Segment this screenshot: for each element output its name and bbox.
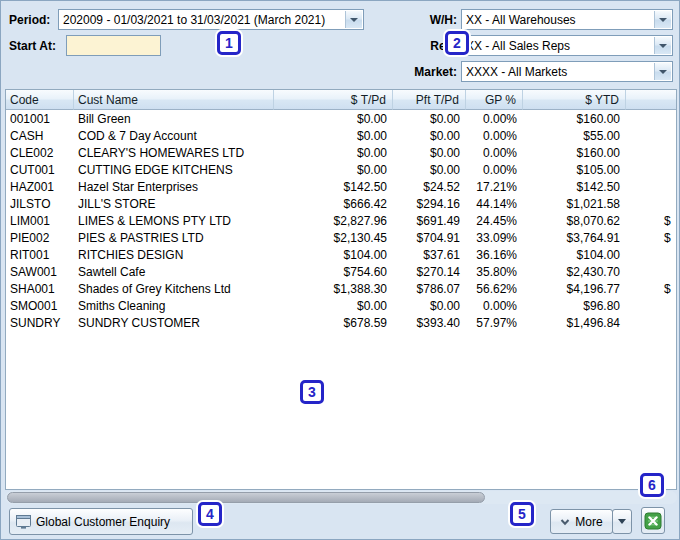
table-cell: $294.16: [393, 195, 466, 212]
column-header--ytd[interactable]: $ YTD: [523, 90, 626, 110]
chevron-down-icon: [654, 37, 671, 54]
table-row[interactable]: SHA001Shades of Grey Kitchens Ltd$1,388.…: [6, 280, 677, 297]
table-cell: 56.62%: [466, 280, 523, 297]
form-window-icon: [16, 515, 31, 529]
table-cell: $786.07: [393, 280, 466, 297]
annotation-marker-5: 5: [510, 502, 534, 526]
horizontal-scrollbar[interactable]: [5, 491, 677, 504]
table-cell: 0.00%: [466, 297, 523, 314]
global-customer-enquiry-button[interactable]: Global Customer Enquiry: [9, 508, 193, 535]
table-row[interactable]: PIE002PIES & PASTRIES LTD$2,130.45$704.9…: [6, 229, 677, 246]
annotation-marker-3: 3: [300, 380, 324, 404]
table-cell: $0.00: [393, 161, 466, 178]
table-cell: 44.14%: [466, 195, 523, 212]
table-cell: RITCHIES DESIGN: [74, 246, 274, 263]
table-cell: RIT001: [6, 246, 74, 263]
warehouse-select-value: XX - All Warehouses: [466, 13, 576, 27]
table-cell: JILL'S STORE: [74, 195, 274, 212]
market-select[interactable]: XXXX - All Markets: [461, 61, 673, 82]
table-cell: Shades of Grey Kitchens Ltd: [74, 280, 274, 297]
table-cell: $8,070.62: [523, 212, 626, 229]
table-cell: 0.00%: [466, 110, 523, 127]
more-dropdown-arrow-button[interactable]: [612, 509, 632, 534]
table-cell: $160.00: [523, 144, 626, 161]
table-cell: $: [626, 280, 677, 297]
table-cell: $754.60: [274, 263, 393, 280]
table-cell: $691.49: [393, 212, 466, 229]
table-cell: COD & 7 Day Account: [74, 127, 274, 144]
column-header-code[interactable]: Code: [6, 90, 74, 110]
export-excel-button[interactable]: [641, 507, 665, 534]
table-row[interactable]: HAZ001Hazel Star Enterprises$142.50$24.5…: [6, 178, 677, 195]
table-cell: $704.91: [393, 229, 466, 246]
table-row[interactable]: CASHCOD & 7 Day Account$0.00$0.000.00%$5…: [6, 127, 677, 144]
table-row[interactable]: CUT001CUTTING EDGE KITCHENS$0.00$0.000.0…: [6, 161, 677, 178]
warehouse-select[interactable]: XX - All Warehouses: [461, 9, 673, 30]
table-cell: $55.00: [523, 127, 626, 144]
column-header-pft-t-pd[interactable]: Pft T/Pd: [393, 90, 466, 110]
scrollbar-thumb[interactable]: [7, 492, 485, 503]
table-cell: $24.52: [393, 178, 466, 195]
table-cell: LIMES & LEMONS PTY LTD: [74, 212, 274, 229]
table-cell: 17.21%: [466, 178, 523, 195]
table-cell: $0.00: [274, 127, 393, 144]
table-cell: [626, 161, 677, 178]
table-cell: $4,196.77: [523, 280, 626, 297]
column-header-gp-[interactable]: GP %: [466, 90, 523, 110]
period-label: Period:: [9, 13, 50, 27]
more-button[interactable]: More: [550, 509, 613, 534]
table-cell: [626, 263, 677, 280]
table-cell: Bill Green: [74, 110, 274, 127]
table-cell: $270.14: [393, 263, 466, 280]
column-header-cust-name[interactable]: Cust Name: [74, 90, 274, 110]
column-header-extra[interactable]: [626, 90, 677, 110]
column-header--t-pd[interactable]: $ T/Pd: [274, 90, 393, 110]
table-cell: $1,496.84: [523, 314, 626, 331]
table-cell: [626, 110, 677, 127]
table-cell: SUNDRY: [6, 314, 74, 331]
table-row[interactable]: CLE002CLEARY'S HOMEWARES LTD$0.00$0.000.…: [6, 144, 677, 161]
table-cell: CLE002: [6, 144, 74, 161]
table-cell: [626, 195, 677, 212]
start-at-label: Start At:: [9, 39, 56, 53]
period-select-value: 202009 - 01/03/2021 to 31/03/2021 (March…: [63, 13, 325, 27]
table-cell: $666.42: [274, 195, 393, 212]
table-cell: $160.00: [523, 110, 626, 127]
table-cell: $142.50: [274, 178, 393, 195]
table-cell: CASH: [6, 127, 74, 144]
rep-select-value: XX - All Sales Reps: [466, 39, 570, 53]
warehouse-label: W/H:: [399, 13, 457, 27]
table-cell: $1,388.30: [274, 280, 393, 297]
table-row[interactable]: SAW001Sawtell Cafe$754.60$270.1435.80%$2…: [6, 263, 677, 280]
table-row[interactable]: JILSTOJILL'S STORE$666.42$294.1644.14%$1…: [6, 195, 677, 212]
table-row[interactable]: 001001Bill Green$0.00$0.000.00%$160.00: [6, 110, 677, 127]
chevron-down-icon: [654, 11, 671, 28]
table-cell: SUNDRY CUSTOMER: [74, 314, 274, 331]
table-cell: [626, 127, 677, 144]
table-row[interactable]: RIT001RITCHIES DESIGN$104.00$37.6136.16%…: [6, 246, 677, 263]
table-cell: $104.00: [274, 246, 393, 263]
annotation-marker-2: 2: [445, 31, 469, 55]
table-cell: $104.00: [523, 246, 626, 263]
table-row[interactable]: SUNDRYSUNDRY CUSTOMER$678.59$393.4057.97…: [6, 314, 677, 331]
table-cell: SMO001: [6, 297, 74, 314]
table-row[interactable]: SMO001Smiths Cleaning$0.00$0.000.00%$96.…: [6, 297, 677, 314]
chevron-down-icon: [345, 11, 362, 28]
table-header-row: CodeCust Name$ T/PdPft T/PdGP %$ YTD: [6, 90, 677, 110]
table-cell: 57.97%: [466, 314, 523, 331]
start-at-input[interactable]: [66, 35, 161, 56]
table-cell: $678.59: [274, 314, 393, 331]
period-select[interactable]: 202009 - 01/03/2021 to 31/03/2021 (March…: [58, 9, 364, 30]
chevron-down-icon: [560, 517, 570, 527]
table-cell: 001001: [6, 110, 74, 127]
table-cell: SAW001: [6, 263, 74, 280]
table-cell: $2,827.96: [274, 212, 393, 229]
table-cell: CLEARY'S HOMEWARES LTD: [74, 144, 274, 161]
table-cell: $37.61: [393, 246, 466, 263]
rep-select[interactable]: XX - All Sales Reps: [461, 35, 673, 56]
table-cell: 35.80%: [466, 263, 523, 280]
table-row[interactable]: LIM001LIMES & LEMONS PTY LTD$2,827.96$69…: [6, 212, 677, 229]
annotation-marker-1: 1: [217, 31, 241, 55]
table-cell: CUT001: [6, 161, 74, 178]
annotation-marker-4: 4: [198, 502, 222, 526]
